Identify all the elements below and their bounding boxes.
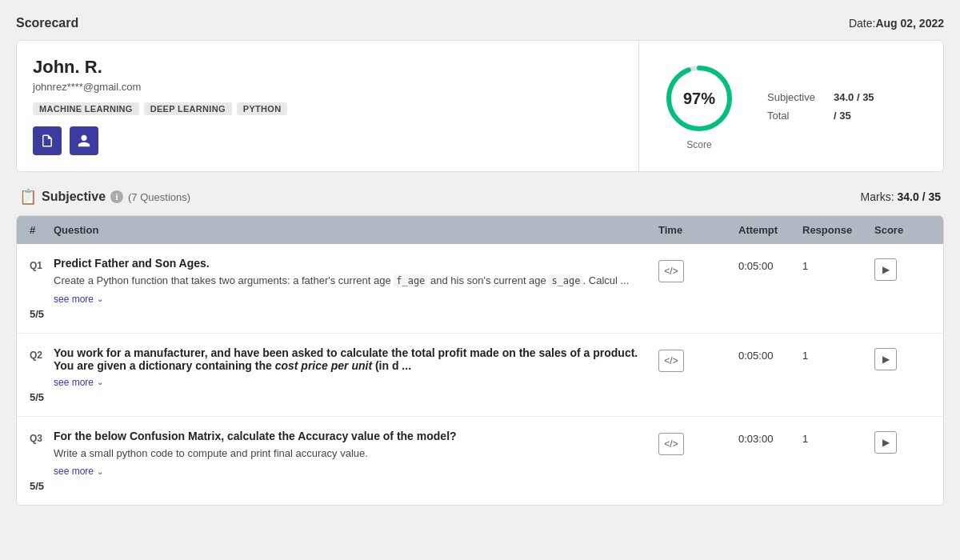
q-score: 5/5 <box>30 477 54 492</box>
section-icon: 📋 <box>19 188 37 206</box>
total-score-row: Total / 35 <box>767 110 874 122</box>
score-percent: 97% <box>683 89 715 107</box>
chevron-down-icon: ⌄ <box>97 378 103 386</box>
q-response: ▶ <box>874 257 930 281</box>
tag-dl: DEEP LEARNING <box>144 102 232 115</box>
subjective-label: Subjective <box>767 91 827 103</box>
q-content: Predict Father and Son Ages. Create a Py… <box>54 257 658 305</box>
col-score: Score <box>874 224 930 236</box>
section-title-group: 📋 Subjective i (7 Questions) <box>19 188 190 206</box>
section-header: 📋 Subjective i (7 Questions) Marks: 34.0… <box>16 188 944 206</box>
candidate-email: johnrez****@gmail.com <box>33 81 622 93</box>
q-content: You work for a manufacturer, and have be… <box>54 346 658 388</box>
score-circle: 97% <box>663 62 735 134</box>
q-desc: Create a Python function that takes two … <box>54 273 650 289</box>
subjective-score-row: Subjective 34.0 / 35 <box>767 91 874 103</box>
section-title: Subjective <box>42 190 106 204</box>
col-question: Question <box>54 224 658 236</box>
questions-table: # Question Time Attempt Response Score Q… <box>16 215 944 506</box>
candidate-name: John. R. <box>33 57 622 78</box>
tag-ml: MACHINE LEARNING <box>33 102 139 115</box>
play-icon[interactable]: ▶ <box>874 258 897 281</box>
q-response: ▶ <box>874 430 930 454</box>
score-panel: 97% Score Subjective 34.0 / 35 Total / 3… <box>639 41 943 171</box>
col-hash: # <box>30 224 54 236</box>
q-desc: Write a small python code to compute and… <box>54 446 650 462</box>
tag-py: PYTHON <box>237 102 288 115</box>
candidate-tags: MACHINE LEARNING DEEP LEARNING PYTHON <box>33 102 622 115</box>
col-time: Time <box>658 224 738 236</box>
table-header: # Question Time Attempt Response Score <box>17 216 943 244</box>
document-icon-button[interactable] <box>33 126 62 155</box>
q-title: Predict Father and Son Ages. <box>54 257 650 270</box>
code-icon: </> <box>658 350 684 372</box>
person-icon-button[interactable] <box>70 126 98 155</box>
section-question-count: (7 Questions) <box>128 191 190 203</box>
subjective-value: 34.0 / 35 <box>834 91 874 103</box>
see-more-link[interactable]: see more ⌄ <box>54 377 650 388</box>
score-details: Subjective 34.0 / 35 Total / 35 <box>767 91 874 122</box>
table-row: Q3 For the below Confusion Matrix, calcu… <box>17 417 943 506</box>
q-number: Q2 <box>30 346 54 361</box>
code-icon: </> <box>658 433 684 455</box>
see-more-link[interactable]: see more ⌄ <box>54 466 650 477</box>
q-attempt: 1 <box>802 430 874 445</box>
code-icon: </> <box>658 260 684 282</box>
section-marks: Marks: 34.0 / 35 <box>861 190 941 203</box>
total-value: / 35 <box>834 110 851 122</box>
chevron-down-icon: ⌄ <box>97 467 103 476</box>
q-title: You work for a manufacturer, and have be… <box>54 346 650 372</box>
col-response: Response <box>802 224 874 236</box>
play-icon[interactable]: ▶ <box>874 348 897 370</box>
chevron-down-icon: ⌄ <box>97 294 103 303</box>
table-row: Q1 Predict Father and Son Ages. Create a… <box>17 244 943 334</box>
candidate-info: John. R. johnrez****@gmail.com MACHINE L… <box>17 41 639 171</box>
col-attempt: Attempt <box>738 224 802 236</box>
q-score: 5/5 <box>30 305 54 320</box>
q-time: 0:03:00 <box>738 430 802 445</box>
q-attempt: 1 <box>802 257 874 272</box>
scorecard-card: John. R. johnrez****@gmail.com MACHINE L… <box>16 40 944 172</box>
q-score: 5/5 <box>30 388 54 403</box>
q-attempt: 1 <box>802 346 874 362</box>
table-row: Q2 You work for a manufacturer, and have… <box>17 334 943 417</box>
q-time: 0:05:00 <box>738 257 802 272</box>
see-more-link[interactable]: see more ⌄ <box>54 294 650 305</box>
info-icon[interactable]: i <box>110 190 123 203</box>
header-date: Date:Aug 02, 2022 <box>849 17 944 30</box>
q-response: ▶ <box>874 346 930 370</box>
score-label: Score <box>686 139 711 150</box>
play-icon[interactable]: ▶ <box>874 431 897 454</box>
q-content: For the below Confusion Matrix, calculat… <box>54 430 658 478</box>
page-title: Scorecard <box>16 16 78 30</box>
total-label: Total <box>767 110 827 122</box>
q-number: Q3 <box>30 430 54 444</box>
q-time: 0:05:00 <box>738 346 802 362</box>
q-number: Q1 <box>30 257 54 271</box>
section-marks-value: 34.0 / 35 <box>898 190 942 203</box>
q-title: For the below Confusion Matrix, calculat… <box>54 430 650 442</box>
score-circle-wrapper: 97% Score <box>663 62 735 150</box>
